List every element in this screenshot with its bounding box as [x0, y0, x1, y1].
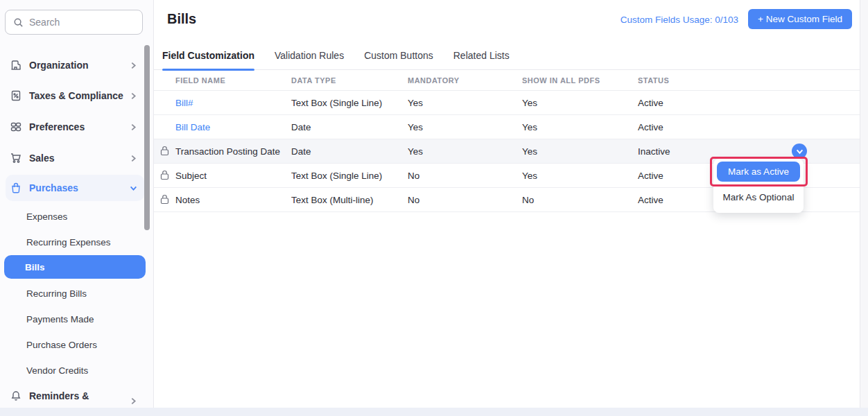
show-in-all-pdfs-cell: Yes	[522, 146, 638, 157]
mandatory-cell: Yes	[408, 122, 522, 132]
data-type-cell: Text Box (Single Line)	[291, 98, 408, 108]
chevron-right-icon	[130, 155, 137, 162]
mandatory-cell: Yes	[408, 98, 522, 108]
sidebar-item-label: Taxes & Compliance	[29, 90, 123, 101]
sidebar-item-taxes-compliance[interactable]: Taxes & Compliance	[6, 86, 144, 105]
search-icon	[13, 17, 24, 28]
data-type-cell: Text Box (Multi-line)	[291, 195, 408, 205]
status-cell: Active	[638, 98, 860, 108]
field-name-label: Transaction Posting Date	[175, 146, 280, 157]
show-in-all-pdfs-cell: Yes	[522, 171, 638, 181]
custom-fields-usage-link[interactable]: Custom Fields Usage: 0/103	[620, 15, 738, 25]
tab-custom-buttons[interactable]: Custom Buttons	[364, 42, 433, 69]
sidebar-item-reminders[interactable]: Reminders &	[6, 386, 144, 406]
sidebar-item-recurring-expenses[interactable]: Recurring Expenses	[6, 232, 144, 252]
sidebar-item-label: Organization	[29, 60, 89, 71]
chevron-right-icon	[130, 123, 137, 131]
data-type-cell: Date	[291, 146, 408, 157]
new-custom-field-button[interactable]: + New Custom Field	[748, 9, 852, 29]
row-actions-menu: Mark as Active Mark As Optional	[713, 159, 804, 213]
col-show-in-all-pdfs: SHOW IN ALL PDFS	[522, 76, 638, 85]
organization-icon	[10, 59, 22, 71]
window-bottom-edge	[0, 408, 868, 416]
sales-cart-icon	[10, 152, 22, 164]
show-in-all-pdfs-cell: Yes	[522, 98, 638, 108]
sidebar-item-label: Sales	[29, 153, 55, 164]
purchases-bag-icon	[10, 182, 22, 194]
show-in-all-pdfs-cell: Yes	[522, 122, 638, 132]
col-field-name: FIELD NAME	[154, 76, 291, 85]
status-cell: Active	[638, 122, 860, 132]
chevron-right-icon	[130, 92, 137, 100]
sidebar-item-label: Reminders &	[29, 390, 89, 401]
tab-field-customization[interactable]: Field Customization	[162, 42, 254, 69]
data-type-cell: Date	[291, 122, 408, 132]
sidebar-item-vendor-credits[interactable]: Vendor Credits	[6, 361, 144, 380]
chevron-down-icon	[130, 184, 137, 192]
sidebar-item-organization[interactable]: Organization	[6, 55, 144, 75]
sidebar-item-bills[interactable]: Bills	[4, 255, 146, 279]
tab-bar: Field Customization Validation Rules Cus…	[154, 42, 860, 70]
field-name-link[interactable]: Bill Date	[175, 122, 210, 132]
chevron-down-icon	[796, 148, 804, 155]
sidebar-item-label: Preferences	[29, 121, 85, 132]
mandatory-cell: No	[408, 195, 522, 205]
page-title: Bills	[167, 11, 196, 27]
menu-item-mark-as-active[interactable]: Mark as Active	[717, 162, 800, 182]
data-type-cell: Text Box (Single Line)	[291, 171, 408, 181]
row-actions-chevron-button[interactable]	[792, 144, 807, 159]
sidebar-item-expenses[interactable]: Expenses	[6, 207, 144, 226]
sidebar-item-preferences[interactable]: Preferences	[6, 117, 144, 137]
main-scrollbar-track[interactable]	[860, 0, 868, 408]
field-name-link[interactable]: Bill#	[175, 98, 193, 108]
preferences-icon	[10, 121, 22, 133]
sidebar-item-label: Purchases	[29, 182, 78, 193]
sidebar-item-purchases[interactable]: Purchases	[6, 175, 144, 201]
table-header: FIELD NAME DATA TYPE MANDATORY SHOW IN A…	[154, 70, 860, 91]
show-in-all-pdfs-cell: No	[522, 195, 638, 205]
sidebar-item-purchase-orders[interactable]: Purchase Orders	[6, 335, 144, 354]
menu-item-mark-as-optional[interactable]: Mark As Optional	[713, 182, 804, 213]
settings-sidebar: Search Organization Taxes & Compliance P…	[0, 0, 154, 408]
chevron-right-icon	[130, 62, 137, 69]
col-status: STATUS	[638, 76, 860, 85]
tab-related-lists[interactable]: Related Lists	[453, 42, 510, 69]
bell-icon	[10, 390, 22, 402]
mandatory-cell: No	[408, 171, 522, 181]
field-name-label: Subject	[175, 171, 207, 181]
sidebar-item-payments-made[interactable]: Payments Made	[6, 309, 144, 329]
mandatory-cell: Yes	[408, 146, 522, 157]
taxes-icon	[10, 89, 22, 102]
table-row[interactable]: Bill DateDateYesYesActive	[154, 115, 860, 139]
sidebar-scrollbar[interactable]	[144, 45, 150, 230]
sidebar-item-recurring-bills[interactable]: Recurring Bills	[6, 284, 144, 303]
col-data-type: DATA TYPE	[291, 76, 408, 85]
status-cell: Inactive	[638, 146, 860, 157]
search-placeholder: Search	[29, 17, 60, 28]
table-row[interactable]: Bill#Text Box (Single Line)YesYesActive	[154, 91, 860, 115]
sidebar-item-sales[interactable]: Sales	[6, 148, 144, 168]
chevron-right-icon	[130, 397, 137, 405]
col-mandatory: MANDATORY	[408, 76, 522, 85]
field-name-label: Notes	[175, 195, 200, 205]
search-input[interactable]: Search	[5, 10, 143, 35]
lock-icon	[160, 170, 170, 181]
tab-validation-rules[interactable]: Validation Rules	[275, 42, 344, 69]
lock-icon	[160, 146, 170, 157]
lock-icon	[160, 194, 170, 205]
